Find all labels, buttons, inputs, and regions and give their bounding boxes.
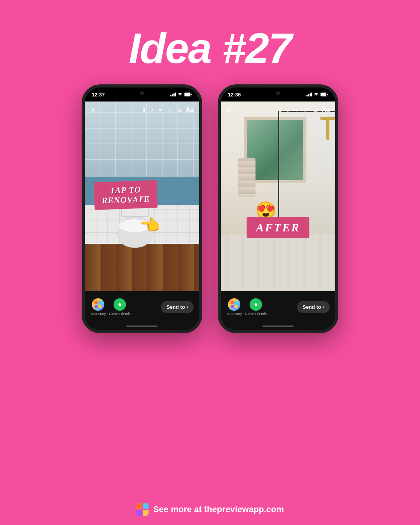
your-story-option-left[interactable]: Your story — [90, 298, 106, 316]
svg-rect-5 — [191, 94, 192, 95]
svg-rect-6 — [185, 93, 190, 96]
before-bathroom-bg: TAP TO RENOVATE 👈 — [85, 102, 199, 291]
chevron-right-icon: › — [187, 304, 188, 310]
phone-left-story-bottom: Your story ★ Close Friends Send to › — [85, 291, 199, 322]
svg-rect-20 — [231, 305, 234, 308]
send-to-button-left[interactable]: Send to › — [161, 301, 194, 313]
svg-rect-8 — [98, 301, 102, 304]
after-bathroom-bg: 😍 AFTER — [221, 102, 335, 291]
svg-rect-11 — [306, 95, 308, 96]
svg-rect-13 — [310, 93, 311, 96]
phone-left-story-toolbar: ✕ ⬇ ♪ ✦ ☺ ≋ Aa — [85, 102, 199, 119]
logo-q3 — [136, 510, 142, 516]
download-icon-right[interactable]: ⬇ — [278, 107, 283, 114]
music-icon[interactable]: ♪ — [150, 107, 154, 114]
close-friends-label-left: Close Friends — [109, 312, 131, 316]
svg-rect-17 — [321, 93, 326, 96]
shower-head-fixture — [326, 117, 329, 140]
close-friends-icon-left: ★ — [114, 298, 126, 311]
close-friends-icon-right: ★ — [250, 298, 262, 311]
bathroom-towel — [238, 158, 256, 197]
phone-right-notch — [261, 89, 296, 98]
your-story-label-left: Your story — [90, 312, 106, 316]
wood-floor — [85, 244, 199, 291]
logo-q4 — [143, 510, 149, 516]
download-icon[interactable]: ⬇ — [142, 107, 147, 114]
svg-rect-21 — [234, 305, 238, 308]
svg-rect-7 — [94, 301, 98, 304]
home-bar-left — [126, 326, 158, 327]
text-icon-right[interactable]: Aa — [322, 107, 330, 114]
sticker-icon[interactable]: ☺ — [166, 107, 173, 114]
svg-rect-10 — [98, 305, 102, 308]
your-story-icon-right — [228, 298, 240, 311]
svg-rect-0 — [170, 95, 172, 96]
phone-left-time: 12:37 — [92, 92, 105, 98]
close-friends-label-right: Close Friends — [245, 312, 267, 316]
svg-rect-14 — [311, 93, 312, 96]
wifi-icon — [177, 91, 183, 98]
signal-icon-right — [306, 91, 312, 98]
phone-right-status-icons — [306, 91, 328, 98]
phone-right-status-bar: 12:36 — [221, 88, 335, 102]
draw-icon[interactable]: ≋ — [177, 107, 182, 114]
phone-left-status-icons — [170, 91, 192, 98]
text-icon[interactable]: Aa — [186, 107, 194, 114]
svg-rect-1 — [172, 94, 173, 96]
home-bar-right — [262, 326, 294, 327]
svg-rect-12 — [308, 94, 309, 96]
phone-left: 12:37 — [82, 84, 202, 333]
battery-icon — [184, 91, 192, 98]
close-icon-right[interactable]: ✕ — [226, 107, 231, 114]
phone-right: 12:36 — [218, 84, 338, 333]
phone-left-home-indicator — [85, 322, 199, 330]
svg-rect-18 — [231, 301, 234, 304]
after-sticker-text: AFTER — [256, 221, 300, 234]
phone-right-story-toolbar: ✕ ⬇ ♪ ✦ ☺ ≋ Aa — [221, 102, 335, 119]
svg-rect-9 — [94, 305, 98, 308]
tap-renovate-text: TAP TO RENOVATE — [99, 184, 152, 206]
footer: See more at thepreviewapp.com — [0, 494, 420, 525]
send-to-button-right[interactable]: Send to › — [297, 301, 330, 313]
story-toolbar-right-icons-right: ⬇ ♪ ✦ ☺ ≋ Aa — [278, 107, 330, 114]
draw-icon-right[interactable]: ≋ — [313, 107, 318, 114]
after-bathroom-floor — [221, 234, 335, 291]
phone-left-status-bar: 12:37 — [85, 88, 199, 102]
page-headline: Idea #27 — [129, 23, 291, 73]
logo-q2 — [143, 503, 149, 509]
send-to-label-left: Send to — [166, 304, 185, 310]
signal-icon — [170, 91, 176, 98]
sticker-icon-right[interactable]: ☺ — [303, 107, 309, 114]
phone-right-home-indicator — [221, 322, 335, 330]
phone-right-story-content[interactable]: 😍 AFTER — [221, 102, 335, 291]
close-friends-option-left[interactable]: ★ Close Friends — [109, 298, 131, 316]
phone-left-story-content[interactable]: TAP TO RENOVATE 👈 — [85, 102, 199, 291]
effects-icon-right[interactable]: ✦ — [294, 107, 299, 114]
camera-dot-right — [276, 91, 280, 95]
music-icon-right[interactable]: ♪ — [287, 107, 290, 114]
svg-rect-19 — [234, 301, 238, 304]
camera-dot — [140, 91, 144, 95]
svg-rect-16 — [327, 94, 328, 95]
close-icon[interactable]: ✕ — [90, 107, 95, 114]
wifi-icon-right — [313, 91, 319, 98]
your-story-option-right[interactable]: Your story — [226, 298, 242, 316]
battery-icon-right — [320, 91, 328, 98]
svg-rect-3 — [175, 93, 176, 96]
preview-app-logo — [136, 503, 149, 516]
close-friends-option-right[interactable]: ★ Close Friends — [245, 298, 267, 316]
your-story-label-right: Your story — [226, 312, 242, 316]
svg-rect-2 — [173, 93, 175, 96]
phones-container: 12:37 — [82, 84, 338, 494]
story-toolbar-right-icons: ⬇ ♪ ✦ ☺ ≋ Aa — [142, 107, 194, 114]
after-sticker: AFTER — [247, 217, 309, 238]
effects-icon[interactable]: ✦ — [158, 107, 163, 114]
chevron-right-icon-right: › — [323, 304, 324, 310]
pointing-emoji: 👈 — [140, 215, 160, 234]
phone-right-time: 12:36 — [228, 92, 241, 98]
phone-left-notch — [124, 89, 159, 98]
tap-to-renovate-sticker: TAP TO RENOVATE — [93, 180, 157, 210]
send-to-label-right: Send to — [303, 304, 321, 310]
phone-right-story-bottom: Your story ★ Close Friends Send to › — [221, 291, 335, 322]
your-story-icon-left — [92, 298, 104, 311]
